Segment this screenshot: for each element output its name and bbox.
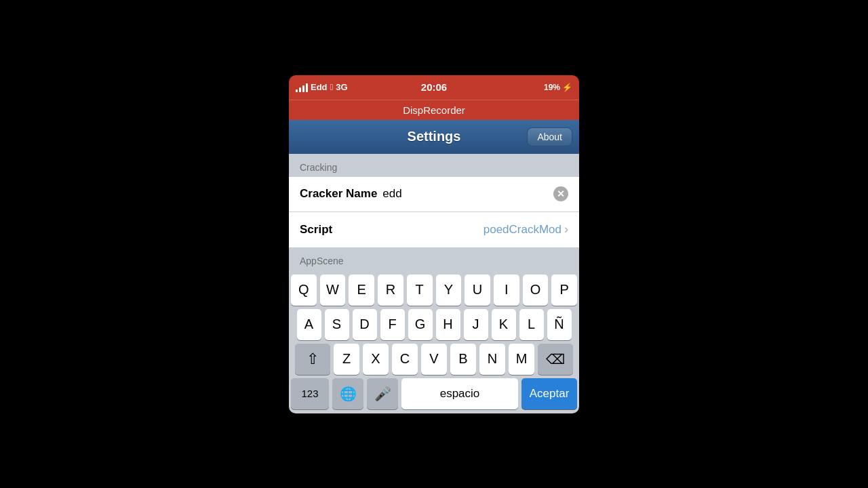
- key-n-tilde[interactable]: Ñ: [547, 309, 572, 340]
- key-n[interactable]: N: [479, 344, 505, 375]
- signal-bar-4: [306, 83, 308, 92]
- key-j[interactable]: J: [464, 309, 488, 340]
- keyboard: Q W E R T Y U I O P A S D F G H J K L Ñ …: [289, 270, 579, 413]
- key-b[interactable]: B: [450, 344, 476, 375]
- globe-key[interactable]: 🌐: [332, 378, 363, 409]
- cracking-section-header: Cracking: [289, 154, 579, 177]
- keyboard-row-1: Q W E R T Y U I O P: [291, 274, 577, 306]
- cracking-form-group: Cracker Name ✕ Script poedCrackMod ›: [289, 177, 579, 247]
- key-q[interactable]: Q: [291, 274, 317, 306]
- clear-button[interactable]: ✕: [553, 186, 568, 201]
- key-h[interactable]: H: [436, 309, 460, 340]
- key-y[interactable]: Y: [436, 274, 462, 306]
- network-type: 3G: [336, 82, 347, 92]
- nav-bar: Settings About: [289, 120, 579, 154]
- script-chevron-icon: ›: [564, 222, 568, 237]
- signal-bars: [296, 83, 308, 92]
- disp-recorder-bar: DispRecorder: [289, 100, 579, 120]
- key-e[interactable]: E: [349, 274, 374, 306]
- status-time: 20:06: [388, 81, 480, 93]
- key-l[interactable]: L: [519, 309, 544, 340]
- script-label: Script: [300, 223, 332, 237]
- space-key[interactable]: espacio: [401, 378, 518, 409]
- status-left: Edd  3G: [296, 82, 388, 92]
- key-v[interactable]: V: [421, 344, 447, 375]
- key-k[interactable]: K: [492, 309, 516, 340]
- apple-icon: : [330, 82, 334, 92]
- cracker-name-row: Cracker Name ✕: [289, 177, 579, 212]
- shift-key[interactable]: ⇧: [295, 344, 330, 375]
- battery-icon: ⚡: [562, 83, 572, 92]
- key-p[interactable]: P: [551, 274, 577, 306]
- keyboard-bottom-row: 123 🌐 🎤 espacio Aceptar: [291, 378, 577, 409]
- key-o[interactable]: O: [523, 274, 549, 306]
- appscene-section-header: AppScene: [289, 247, 579, 270]
- key-r[interactable]: R: [378, 274, 403, 306]
- key-w[interactable]: W: [320, 274, 346, 306]
- script-row[interactable]: Script poedCrackMod ›: [289, 212, 579, 247]
- content-area: Cracking Cracker Name ✕ Script poedCrack…: [289, 154, 579, 270]
- signal-bar-2: [299, 87, 301, 92]
- disp-recorder-title: DispRecorder: [403, 104, 465, 116]
- key-u[interactable]: U: [465, 274, 490, 306]
- battery-percent: 19%: [544, 83, 560, 92]
- key-i[interactable]: I: [494, 274, 519, 306]
- carrier-name: Edd: [311, 82, 328, 92]
- key-d[interactable]: D: [353, 309, 377, 340]
- keyboard-row-3: ⇧ Z X C V B N M ⌫: [291, 344, 577, 375]
- cracker-name-label: Cracker Name: [300, 187, 377, 201]
- key-c[interactable]: C: [392, 344, 418, 375]
- key-s[interactable]: S: [325, 309, 349, 340]
- microphone-key[interactable]: 🎤: [367, 378, 398, 409]
- key-g[interactable]: G: [408, 309, 433, 340]
- accept-key[interactable]: Aceptar: [521, 378, 577, 409]
- status-bar: Edd  3G 20:06 19% ⚡: [289, 75, 579, 100]
- key-m[interactable]: M: [509, 344, 534, 375]
- keyboard-row-2: A S D F G H J K L Ñ: [291, 309, 577, 340]
- key-t[interactable]: T: [407, 274, 433, 306]
- key-a[interactable]: A: [297, 309, 321, 340]
- key-f[interactable]: F: [380, 309, 405, 340]
- cracker-name-input[interactable]: [382, 187, 553, 201]
- script-value: poedCrackMod: [484, 223, 561, 237]
- signal-bar-1: [296, 89, 298, 92]
- key-z[interactable]: Z: [334, 344, 359, 375]
- backspace-key[interactable]: ⌫: [538, 344, 573, 375]
- signal-bar-3: [302, 85, 304, 92]
- status-right: 19% ⚡: [480, 83, 572, 92]
- nav-title: Settings: [408, 129, 461, 144]
- phone-frame: Edd  3G 20:06 19% ⚡ DispRecorder Settin…: [289, 75, 579, 413]
- about-button[interactable]: About: [527, 127, 572, 146]
- numbers-key[interactable]: 123: [291, 378, 329, 409]
- key-x[interactable]: X: [363, 344, 389, 375]
